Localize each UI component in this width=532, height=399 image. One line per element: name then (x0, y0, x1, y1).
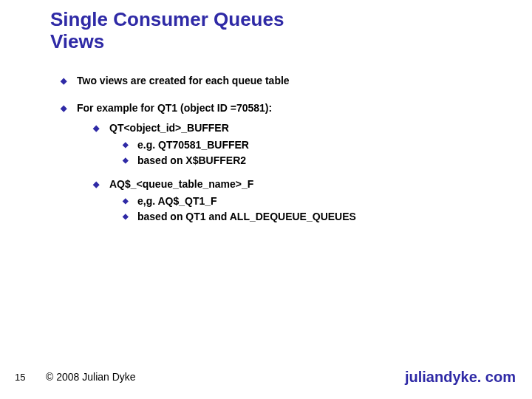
copyright: © 2008 Julian Dyke (46, 371, 136, 383)
bullet-list: Two views are created for each queue tab… (61, 74, 502, 224)
sub-bullet-list: QT<object_id>_BUFFER e.g. QT70581_BUFFER… (93, 121, 502, 224)
subsub-bullet-text: e,g. AQ$_QT1_F (137, 195, 217, 207)
subsub-bullet-item: based on QT1 and ALL_DEQUEUE_QUEUES (123, 210, 502, 224)
sub-bullet-text: QT<object_id>_BUFFER (109, 122, 229, 134)
subsub-bullet-text: based on QT1 and ALL_DEQUEUE_QUEUES (137, 211, 356, 222)
bullet-text: For example for QT1 (object ID =70581): (77, 102, 272, 114)
slide-content: Two views are created for each queue tab… (61, 74, 502, 237)
subsub-bullet-item: based on X$BUFFER2 (123, 154, 502, 168)
sub-bullet-item: QT<object_id>_BUFFER e.g. QT70581_BUFFER… (93, 121, 502, 168)
site-name: juliandyke. com (405, 369, 516, 386)
slide: Single Consumer Queues Views Two views a… (0, 0, 532, 399)
sub-bullet-text: AQ$_<queue_table_name>_F (109, 178, 253, 190)
page-number: 15 (15, 372, 25, 383)
sub-bullet-item: AQ$_<queue_table_name>_F e,g. AQ$_QT1_F … (93, 177, 502, 224)
subsub-bullet-item: e.g. QT70581_BUFFER (123, 138, 502, 152)
subsub-bullet-list: e.g. QT70581_BUFFER based on X$BUFFER2 (123, 138, 502, 168)
subsub-bullet-text: e.g. QT70581_BUFFER (137, 139, 249, 151)
bullet-item: For example for QT1 (object ID =70581): … (61, 101, 502, 224)
bullet-text: Two views are created for each queue tab… (77, 75, 290, 86)
subsub-bullet-item: e,g. AQ$_QT1_F (123, 194, 502, 208)
subsub-bullet-text: based on X$BUFFER2 (137, 154, 246, 166)
title-line-1: Single Consumer Queues (50, 8, 284, 30)
title-line-2: Views (50, 30, 104, 52)
slide-title: Single Consumer Queues Views (50, 9, 284, 53)
bullet-item: Two views are created for each queue tab… (61, 74, 502, 88)
subsub-bullet-list: e,g. AQ$_QT1_F based on QT1 and ALL_DEQU… (123, 194, 502, 224)
